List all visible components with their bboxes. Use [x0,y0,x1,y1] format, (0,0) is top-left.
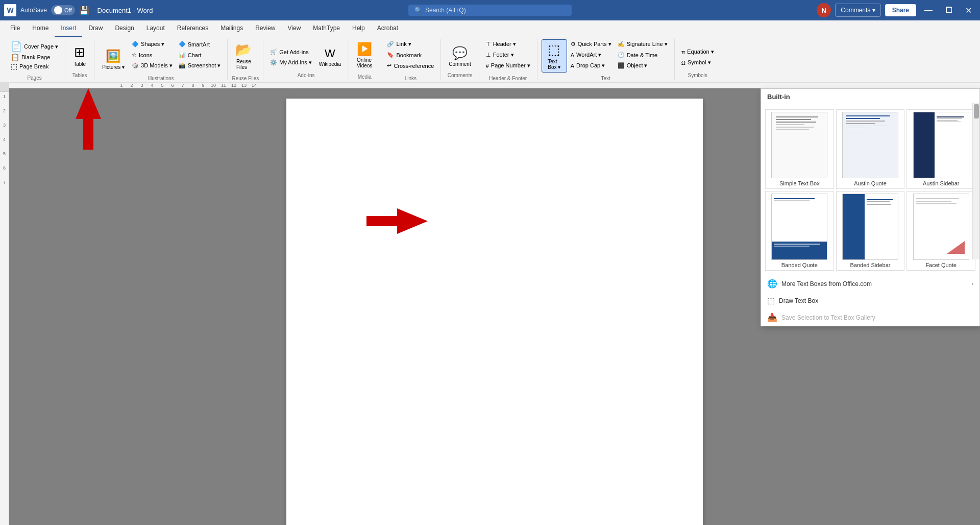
austin-quote-thumb [842,112,898,178]
document-page [286,99,703,525]
autosave-label: AutoSave [20,7,47,14]
smartart-button[interactable]: 🔷 SmartArt [176,39,224,49]
tab-insert[interactable]: Insert [55,20,82,37]
gallery-item-banded-sidebar[interactable]: Banded Sidebar [836,191,905,271]
symbol-label: Symbol ▾ [688,59,711,66]
cross-reference-button[interactable]: ↩ Cross-reference [384,61,436,70]
tab-review[interactable]: Review [249,20,281,37]
ribbon-content: 📄 Cover Page ▾ 📋 Blank Page ⬚ Page Break… [0,37,980,82]
maximize-button[interactable]: ⧠ [941,4,957,17]
wordart-button[interactable]: A WordArt ▾ [568,50,614,60]
tab-acrobat[interactable]: Acrobat [371,20,404,37]
cross-reference-icon: ↩ [387,62,391,69]
footer-button[interactable]: ⊥ Footer ▾ [483,50,533,60]
tab-view[interactable]: View [282,20,307,37]
tab-file[interactable]: File [4,20,26,37]
page-break-icon: ⬚ [11,62,17,70]
tab-references[interactable]: References [171,20,214,37]
gallery-item-simple-text-box[interactable]: Simple Text Box [765,109,834,189]
tables-group-label: Tables [69,71,90,80]
online-videos-button[interactable]: ▶️ OnlineVideos [353,39,376,71]
austin-sidebar-label: Austin Sidebar [923,180,960,186]
symbol-button[interactable]: Ω Symbol ▾ [679,58,717,67]
header-button[interactable]: ⊤ Header ▾ [483,39,533,49]
horizontal-ruler: 1 2 3 4 5 6 7 8 9 10 11 12 13 14 [9,83,980,88]
text-box-icon: ⬚ [548,42,560,58]
save-selection-item: 📥 Save Selection to Text Box Gallery [761,309,979,326]
svg-marker-1 [366,208,428,234]
gallery-item-banded-quote[interactable]: Banded Quote [765,191,834,271]
tab-mailings[interactable]: Mailings [214,20,249,37]
online-videos-icon: ▶️ [357,42,372,56]
footer-label: Footer ▾ [493,52,514,58]
autosave-toggle[interactable]: Off [51,5,75,15]
get-addins-label: Get Add-ins [279,49,308,55]
search-bar[interactable]: 🔍 Search (Alt+Q) [408,5,572,16]
minimize-button[interactable]: — [920,4,937,17]
comments-button[interactable]: Comments ▾ [835,4,880,17]
gallery-scrollbar-thumb[interactable] [974,104,979,118]
bookmark-button[interactable]: 🔖 Bookmark [384,50,436,60]
3d-models-button[interactable]: 🎲 3D Models ▾ [129,61,175,70]
object-icon: ⬛ [618,62,625,69]
pictures-button[interactable]: 🖼️ Pictures ▾ [99,46,128,73]
tab-layout[interactable]: Layout [140,20,171,37]
signature-line-button[interactable]: ✍ Signature Line ▾ [615,39,670,49]
tab-draw[interactable]: Draw [82,20,109,37]
my-addins-label: My Add-ins ▾ [279,59,311,66]
search-icon: 🔍 [414,7,422,14]
text-box-button[interactable]: ⬚ TextBox ▾ [542,39,567,73]
quick-parts-icon: ⚙ [571,41,576,47]
cover-page-button[interactable]: 📄 Cover Page ▾ 📋 Blank Page ⬚ Page Break [8,39,61,72]
save-icon[interactable]: 💾 [79,6,89,15]
tab-home[interactable]: Home [26,20,55,37]
icons-button[interactable]: ☆ Icons [129,50,175,60]
addins-items: 🛒 Get Add-ins ⚙️ My Add-ins ▾ W Wikipedi… [267,39,345,71]
tab-mathtype[interactable]: MathType [307,20,346,37]
my-addins-button[interactable]: ⚙️ My Add-ins ▾ [267,58,314,67]
tab-help[interactable]: Help [346,20,371,37]
group-media: ▶️ OnlineVideos Media [349,39,380,80]
signature-line-icon: ✍ [618,41,625,47]
equation-button[interactable]: π Equation ▾ [679,47,717,57]
icons-icon: ☆ [132,52,137,58]
more-text-boxes-item[interactable]: 🌐 More Text Boxes from Office.com › [761,275,979,292]
comment-button[interactable]: 💬 Comment [445,43,474,69]
table-button[interactable]: ⊞ Table [69,42,90,69]
wikipedia-icon: W [325,47,335,60]
banded-sidebar-label: Banded Sidebar [850,262,891,268]
tables-items: ⊞ Table [69,39,90,71]
gallery-item-austin-quote[interactable]: Austin Quote [836,109,905,189]
share-button[interactable]: Share [885,4,916,16]
gallery-scrollbar[interactable] [972,103,979,259]
cross-reference-label: Cross-reference [394,63,434,69]
date-time-icon: 🕐 [618,52,625,58]
my-addins-icon: ⚙️ [270,59,277,66]
get-addins-icon: 🛒 [270,49,277,55]
wikipedia-button[interactable]: W Wikipedia [315,44,345,69]
get-addins-button[interactable]: 🛒 Get Add-ins [267,47,314,57]
arrow-up-indicator [73,88,104,151]
gallery-item-austin-sidebar[interactable]: Austin Sidebar [906,109,975,189]
draw-text-box-item[interactable]: ⬚ Draw Text Box [761,292,979,309]
close-button[interactable]: ✕ [961,4,976,17]
shapes-button[interactable]: 🔷 Shapes ▾ [129,39,175,49]
drop-cap-button[interactable]: A Drop Cap ▾ [568,61,614,70]
chart-icon: 📊 [179,52,186,58]
avatar[interactable]: N [817,3,831,17]
tab-design[interactable]: Design [109,20,140,37]
screenshot-button[interactable]: 📸 Screenshot ▾ [176,61,224,70]
date-time-button[interactable]: 🕐 Date & Time [615,50,670,60]
signature-line-label: Signature Line ▾ [627,41,668,47]
chart-button[interactable]: 📊 Chart [176,50,224,60]
object-button[interactable]: ⬛ Object ▾ [615,61,670,70]
simple-text-box-thumb [771,112,827,178]
link-button[interactable]: 🔗 Link ▾ [384,39,436,49]
quick-parts-button[interactable]: ⚙ Quick Parts ▾ [568,39,614,49]
reuse-files-button[interactable]: 📂 ReuseFiles [232,39,255,73]
gallery-item-facet-quote[interactable]: Facet Quote [906,191,975,271]
share-label: Share [892,7,909,14]
page-number-label: Page Number ▾ [491,62,530,69]
page-number-button[interactable]: # Page Number ▾ [483,61,533,70]
reuse-files-group-label: Reuse Files [232,75,259,83]
